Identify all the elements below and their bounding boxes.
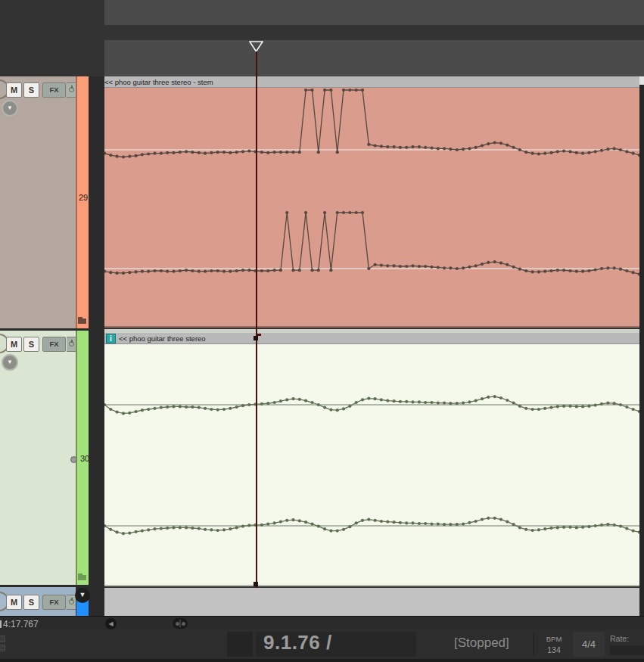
- fx-button[interactable]: FX: [42, 82, 66, 98]
- track-panel-29[interactable]: M S FX ▼ 29: [0, 76, 89, 328]
- transport-slot: [227, 632, 253, 657]
- rate-label: Rate:: [610, 634, 629, 643]
- folder-icon[interactable]: [78, 573, 86, 580]
- daw-window: << phoo guitar three stereo - stem i<< p…: [0, 0, 644, 662]
- track-panel-31[interactable]: M S FX ▼: [0, 587, 89, 616]
- window-bottom-edge: [0, 659, 644, 662]
- timeline-ruler[interactable]: [104, 40, 644, 76]
- panel-arrange-gap: [89, 76, 104, 616]
- bpm-display[interactable]: BPM 134: [536, 632, 572, 654]
- scroll-left-button[interactable]: ◀: [105, 618, 117, 629]
- solo-button[interactable]: S: [23, 82, 39, 98]
- solo-button[interactable]: S: [23, 337, 39, 352]
- waveform-svg: [104, 76, 639, 616]
- vertical-scrollbar-thumb[interactable]: [639, 76, 644, 85]
- horizontal-scrollbar-thumb[interactable]: [173, 618, 188, 629]
- transport-bar: 9.1.76 / 0:14.666 [Stopped] BPM 134 4/4 …: [0, 629, 644, 659]
- selection-time-readout: 4:17.767: [0, 619, 39, 629]
- horizontal-scrollbar-row[interactable]: 4:17.767 ◀: [0, 616, 644, 629]
- fx-button[interactable]: FX: [42, 595, 66, 610]
- chevron-down-icon: ▼: [7, 359, 13, 365]
- folder-icon[interactable]: [78, 317, 86, 324]
- mute-button[interactable]: M: [6, 595, 22, 610]
- edit-cursor[interactable]: [256, 51, 257, 588]
- left-arrow-icon: ◀: [108, 620, 113, 627]
- transport-position-readout[interactable]: 9.1.76 / 0:14.666: [263, 631, 415, 662]
- record-arm-dot[interactable]: [70, 456, 77, 463]
- transport-divider: [534, 632, 534, 656]
- track-collapse-button[interactable]: ▼: [75, 588, 90, 603]
- rate-slider[interactable]: [610, 645, 644, 655]
- fx-button[interactable]: FX: [42, 337, 66, 352]
- mute-button[interactable]: M: [6, 82, 22, 98]
- time-signature-display[interactable]: 4/4: [573, 632, 605, 657]
- chevron-down-icon: ▼: [79, 591, 86, 598]
- track-number: 29: [79, 193, 88, 202]
- chevron-down-icon: ▼: [7, 104, 13, 111]
- power-icon: [69, 87, 74, 92]
- mute-button[interactable]: M: [6, 337, 22, 352]
- top-toolbar-band: [104, 0, 644, 25]
- toolbar-ruler-gap: [104, 25, 644, 40]
- power-icon: [69, 341, 74, 347]
- track-dropdown-button[interactable]: ▼: [2, 354, 18, 371]
- track-color-strip[interactable]: 29: [76, 76, 89, 328]
- solo-button[interactable]: S: [23, 595, 39, 610]
- dock-tab[interactable]: [0, 645, 5, 651]
- transport-status: [Stopped]: [454, 636, 534, 651]
- bpm-value[interactable]: 134: [536, 645, 572, 654]
- bpm-label: BPM: [536, 635, 572, 643]
- power-icon: [69, 599, 74, 605]
- vertical-scrollbar[interactable]: [639, 76, 644, 616]
- track-dropdown-button[interactable]: ▼: [2, 100, 18, 117]
- item-snap-marker: [254, 582, 258, 586]
- item-snap-marker: [254, 336, 258, 340]
- dock-tab[interactable]: [0, 636, 5, 642]
- track-color-strip[interactable]: 30: [76, 331, 89, 585]
- track-panel-30[interactable]: M S FX ▼ 30: [0, 331, 89, 585]
